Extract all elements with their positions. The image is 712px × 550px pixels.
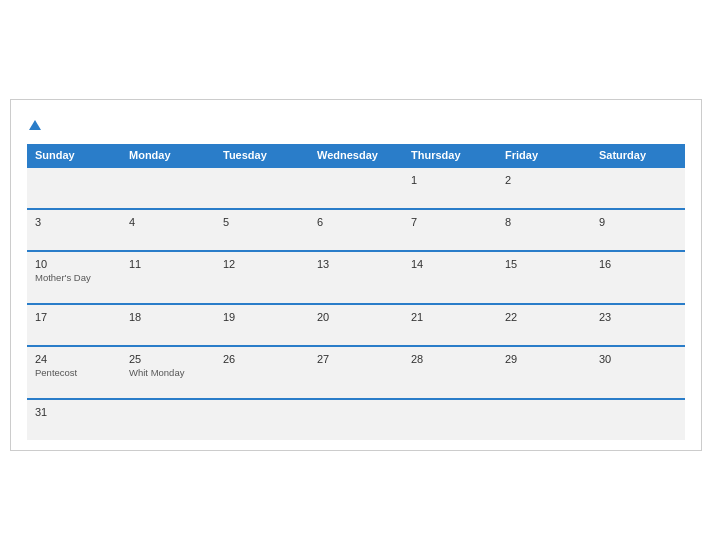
day-number: 24 <box>35 353 113 365</box>
logo-general <box>27 116 41 132</box>
calendar-cell: 3 <box>27 209 121 251</box>
day-number: 3 <box>35 216 113 228</box>
calendar-cell: 25Whit Monday <box>121 346 215 399</box>
day-number: 15 <box>505 258 583 270</box>
calendar-cell: 5 <box>215 209 309 251</box>
day-number: 17 <box>35 311 113 323</box>
weekday-header-monday: Monday <box>121 144 215 167</box>
calendar-cell: 22 <box>497 304 591 346</box>
weekday-header-row: SundayMondayTuesdayWednesdayThursdayFrid… <box>27 144 685 167</box>
day-number: 10 <box>35 258 113 270</box>
day-number: 8 <box>505 216 583 228</box>
calendar-cell: 24Pentecost <box>27 346 121 399</box>
day-event: Mother's Day <box>35 272 113 283</box>
day-number: 16 <box>599 258 677 270</box>
calendar-cell <box>591 167 685 209</box>
logo <box>27 116 41 132</box>
calendar-cell: 20 <box>309 304 403 346</box>
calendar-cell <box>215 399 309 440</box>
calendar-grid: SundayMondayTuesdayWednesdayThursdayFrid… <box>27 144 685 440</box>
day-number: 11 <box>129 258 207 270</box>
day-number: 2 <box>505 174 583 186</box>
calendar-cell: 14 <box>403 251 497 304</box>
calendar-cell <box>497 399 591 440</box>
weekday-header-wednesday: Wednesday <box>309 144 403 167</box>
calendar-cell: 9 <box>591 209 685 251</box>
calendar-week-row: 31 <box>27 399 685 440</box>
calendar-cell: 16 <box>591 251 685 304</box>
calendar-cell <box>403 399 497 440</box>
day-number: 23 <box>599 311 677 323</box>
calendar-cell: 18 <box>121 304 215 346</box>
day-number: 18 <box>129 311 207 323</box>
calendar-cell: 6 <box>309 209 403 251</box>
day-number: 20 <box>317 311 395 323</box>
day-number: 7 <box>411 216 489 228</box>
calendar-cell: 27 <box>309 346 403 399</box>
calendar-cell <box>591 399 685 440</box>
day-number: 9 <box>599 216 677 228</box>
calendar-week-row: 17181920212223 <box>27 304 685 346</box>
day-number: 12 <box>223 258 301 270</box>
day-number: 13 <box>317 258 395 270</box>
calendar-cell <box>215 167 309 209</box>
calendar-cell: 10Mother's Day <box>27 251 121 304</box>
calendar-week-row: 3456789 <box>27 209 685 251</box>
day-number: 25 <box>129 353 207 365</box>
calendar-week-row: 24Pentecost25Whit Monday2627282930 <box>27 346 685 399</box>
day-number: 5 <box>223 216 301 228</box>
calendar-week-row: 12 <box>27 167 685 209</box>
weekday-header-friday: Friday <box>497 144 591 167</box>
calendar-cell: 7 <box>403 209 497 251</box>
calendar-week-row: 10Mother's Day111213141516 <box>27 251 685 304</box>
weekday-header-saturday: Saturday <box>591 144 685 167</box>
calendar-cell: 23 <box>591 304 685 346</box>
day-number: 28 <box>411 353 489 365</box>
day-number: 6 <box>317 216 395 228</box>
calendar-cell: 12 <box>215 251 309 304</box>
calendar-cell: 2 <box>497 167 591 209</box>
calendar-cell: 1 <box>403 167 497 209</box>
day-number: 14 <box>411 258 489 270</box>
calendar-cell: 13 <box>309 251 403 304</box>
day-number: 22 <box>505 311 583 323</box>
calendar-cell: 11 <box>121 251 215 304</box>
calendar-cell: 26 <box>215 346 309 399</box>
calendar-cell: 28 <box>403 346 497 399</box>
calendar-cell: 31 <box>27 399 121 440</box>
day-number: 31 <box>35 406 113 418</box>
calendar-cell <box>121 167 215 209</box>
day-number: 19 <box>223 311 301 323</box>
day-number: 26 <box>223 353 301 365</box>
calendar-cell <box>121 399 215 440</box>
day-number: 29 <box>505 353 583 365</box>
day-number: 1 <box>411 174 489 186</box>
calendar-cell: 29 <box>497 346 591 399</box>
day-number: 27 <box>317 353 395 365</box>
weekday-header-tuesday: Tuesday <box>215 144 309 167</box>
calendar-cell: 21 <box>403 304 497 346</box>
weekday-header-sunday: Sunday <box>27 144 121 167</box>
day-number: 4 <box>129 216 207 228</box>
calendar-cell <box>27 167 121 209</box>
calendar-cell <box>309 399 403 440</box>
calendar-cell: 4 <box>121 209 215 251</box>
calendar-cell: 19 <box>215 304 309 346</box>
day-number: 30 <box>599 353 677 365</box>
calendar-cell: 17 <box>27 304 121 346</box>
calendar-cell <box>309 167 403 209</box>
day-event: Whit Monday <box>129 367 207 378</box>
weekday-header-thursday: Thursday <box>403 144 497 167</box>
logo-triangle-icon <box>29 120 41 130</box>
calendar: SundayMondayTuesdayWednesdayThursdayFrid… <box>10 99 702 451</box>
calendar-cell: 30 <box>591 346 685 399</box>
calendar-header <box>27 116 685 132</box>
calendar-cell: 8 <box>497 209 591 251</box>
calendar-cell: 15 <box>497 251 591 304</box>
day-event: Pentecost <box>35 367 113 378</box>
day-number: 21 <box>411 311 489 323</box>
